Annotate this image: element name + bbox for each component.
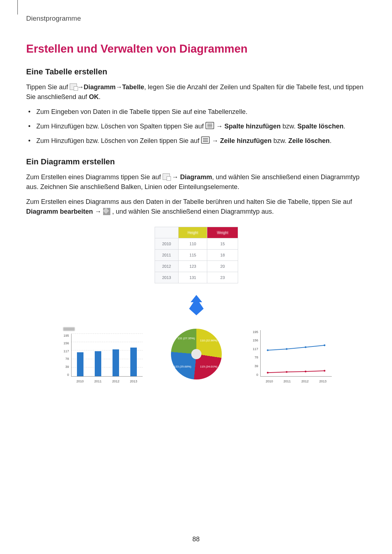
- list-item: Zum Hinzufügen bzw. Löschen von Spalten …: [34, 122, 367, 132]
- menu-icon: [205, 122, 214, 129]
- pie-chart: 131 (27.35%) 110 (22.96%) 115 (24.01%) 1…: [154, 325, 240, 383]
- list-item: Zum Eingeben von Daten in die Tabelle ti…: [34, 107, 367, 117]
- menu-icon: [201, 136, 210, 144]
- heading-diagram-create: Ein Diagramm erstellen: [26, 157, 367, 167]
- page-content: Dienstprogramme Erstellen und Verwalten …: [0, 0, 392, 383]
- heading-main: Erstellen und Verwalten von Diagrammen: [26, 42, 367, 56]
- paragraph-intro-table: Tippen Sie auf → Diagramm → Tabelle, leg…: [26, 82, 367, 102]
- list-item: Zum Hinzufügen bzw. Löschen von Zeilen t…: [34, 136, 367, 146]
- line-chart: 195 156 117 78 39 0 2010 2011 2012 2013: [248, 325, 334, 383]
- paragraph-diagram-2: Zum Erstellen eines Diagramms aus den Da…: [26, 197, 367, 217]
- svg-point-1: [286, 348, 288, 350]
- bar-chart: 195 156 117 78 39 0 2010 2011 2012 2013: [59, 325, 145, 383]
- app-icon: [70, 83, 77, 90]
- paragraph-diagram-1: Zum Erstellen eines Diagramms tippen Sie…: [26, 172, 367, 192]
- svg-point-6: [305, 370, 307, 372]
- edit-icon: [103, 208, 110, 215]
- svg-point-2: [305, 346, 307, 348]
- svg-point-4: [267, 372, 269, 373]
- example-table: Height Weight 201011015 201111518 201212…: [155, 227, 238, 283]
- page-number: 88: [0, 535, 392, 543]
- bullet-list-table: Zum Eingeben von Daten in die Tabelle ti…: [26, 107, 367, 146]
- charts-row: 195 156 117 78 39 0 2010 2011 2012 2013: [26, 325, 367, 383]
- arrow-down-icon: [186, 294, 207, 316]
- svg-point-7: [324, 370, 326, 372]
- section-breadcrumb: Dienstprogramme: [26, 15, 367, 22]
- app-icon: [163, 173, 170, 180]
- svg-point-3: [324, 344, 326, 346]
- heading-table-create: Eine Tabelle erstellen: [26, 67, 367, 77]
- svg-point-5: [286, 371, 288, 373]
- svg-point-0: [267, 349, 269, 351]
